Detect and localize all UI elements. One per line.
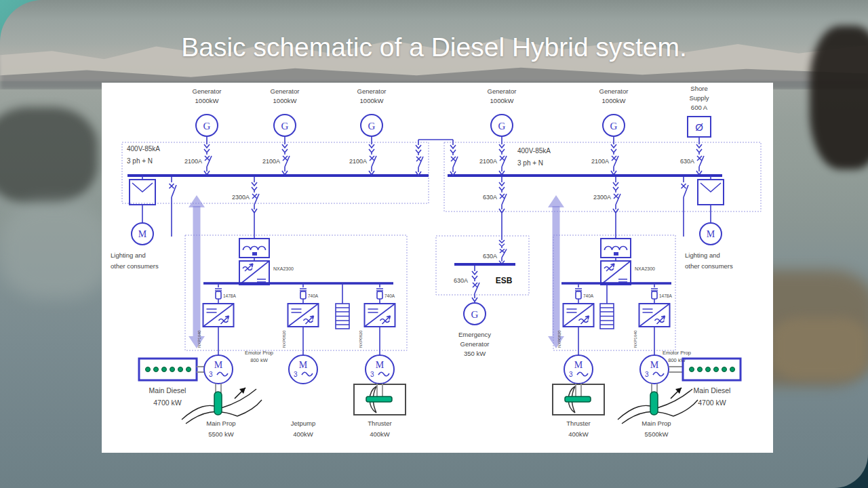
svg-text:NXP0820: NXP0820: [557, 330, 561, 348]
drive-left: NXA2300 1478A NXP1640 740A NXP0820 740A …: [197, 239, 395, 355]
svg-text:630A: 630A: [483, 194, 497, 201]
svg-text:1000kW: 1000kW: [602, 97, 626, 104]
svg-text:630A: 630A: [680, 158, 694, 165]
svg-text:630A: 630A: [483, 253, 497, 260]
svg-text:Main Prop: Main Prop: [206, 420, 235, 427]
svg-text:Emotor Prop: Emotor Prop: [663, 350, 691, 356]
bus-right-spec-2: 3 ph + N: [517, 159, 543, 167]
svg-text:Thruster: Thruster: [368, 420, 391, 427]
lighting-left: M Lighting and other consumers: [111, 176, 159, 270]
schematic-panel: 400V-85kA 3 ph + N 400V-85kA 3 ph + N Ge…: [102, 83, 773, 453]
shore-breaker: [696, 139, 704, 176]
svg-text:Generator: Generator: [271, 87, 300, 95]
svg-text:G: G: [610, 121, 618, 131]
svg-text:NXP0820: NXP0820: [359, 330, 363, 348]
svg-text:Jetpump: Jetpump: [291, 420, 315, 427]
transformer-icon: [130, 180, 155, 205]
inverter-icon: [564, 304, 594, 327]
disconnect-left: [170, 177, 177, 237]
generator-5: Generator 1000kW G 2100A: [591, 87, 628, 176]
feeder-left-breaker: [252, 177, 259, 214]
power-flow-arrow-right: [548, 195, 564, 348]
inverter-icon: [365, 304, 395, 327]
svg-text:M: M: [376, 360, 384, 370]
svg-text:350 kW: 350 kW: [464, 350, 486, 357]
brake-resistor-icon: [336, 304, 349, 329]
svg-text:M: M: [214, 360, 223, 370]
inverter-icon: [288, 304, 319, 327]
svg-text:2100A: 2100A: [479, 158, 497, 165]
svg-text:1478A: 1478A: [223, 293, 236, 298]
svg-text:G: G: [281, 121, 289, 131]
power-flow-arrow-left: [189, 195, 205, 348]
fuse-icon: [300, 283, 307, 304]
grass-right-2: [772, 317, 868, 380]
svg-text:1000kW: 1000kW: [273, 97, 297, 104]
svg-text:1478A: 1478A: [659, 293, 672, 298]
svg-text:NXP0820: NXP0820: [282, 330, 286, 348]
svg-text:other consumers: other consumers: [111, 262, 159, 270]
svg-text:2100A: 2100A: [349, 158, 367, 165]
thruster-right: M 3 Thruster 400kW: [553, 355, 604, 438]
svg-text:400kW: 400kW: [293, 430, 313, 438]
svg-text:3: 3: [209, 371, 213, 378]
svg-text:other consumers: other consumers: [685, 262, 733, 270]
drive-right: NXA2300 740A NXP0820 1478A NXP1640: [557, 239, 672, 355]
fuse-icon: [215, 283, 222, 304]
fuse-icon: [376, 283, 383, 304]
esb-section: 630A 630A ESB 630A G Emergency Generator…: [454, 177, 515, 357]
svg-text:Shore: Shore: [690, 85, 707, 92]
fuse-icon: [575, 283, 582, 304]
bus-tie: [416, 140, 458, 176]
bus-left-spec-1: 400V-85kA: [127, 145, 160, 152]
svg-text:M: M: [299, 360, 308, 370]
svg-text:4700 kW: 4700 kW: [698, 399, 726, 407]
svg-text:Generator: Generator: [599, 87, 629, 95]
filter-icon: [239, 239, 269, 258]
cpp-propeller-icon: [182, 388, 262, 424]
svg-text:800 kW: 800 kW: [250, 357, 268, 363]
svg-text:2300A: 2300A: [593, 194, 611, 201]
generator-5-breaker: [611, 139, 618, 176]
svg-text:G: G: [471, 309, 479, 320]
svg-text:Supply: Supply: [689, 94, 709, 102]
generator-3-breaker: [369, 139, 376, 176]
emergency-gen-breaker: [472, 266, 479, 302]
svg-text:G: G: [368, 121, 376, 131]
water-reflection: [0, 202, 110, 298]
esb-incoming-breaker: [499, 236, 507, 264]
esb-feeder-breaker: [499, 177, 507, 214]
bus-left-spec-2: 3 ph + N: [127, 157, 153, 165]
svg-text:NXP1640: NXP1640: [197, 330, 201, 348]
svg-text:M: M: [707, 229, 715, 239]
svg-text:2100A: 2100A: [262, 158, 280, 165]
svg-text:3: 3: [569, 371, 573, 378]
svg-text:Lighting and: Lighting and: [111, 251, 146, 259]
bus-tie-breaker-left: [416, 140, 423, 176]
svg-text:1000kW: 1000kW: [195, 97, 219, 104]
svg-text:M: M: [138, 229, 147, 239]
svg-text:740A: 740A: [583, 293, 594, 298]
svg-text:G: G: [498, 121, 506, 131]
bus-tie-breaker-right: [450, 140, 458, 176]
slide-title: Basic schematic of a Diesel Hybrid syste…: [0, 33, 868, 62]
main-switchboard-left-box: [122, 142, 429, 203]
svg-text:400kW: 400kW: [568, 430, 589, 438]
svg-text:M: M: [650, 360, 659, 370]
jetpump-motor: M 3 Jetpump 400kW: [289, 355, 317, 438]
main-prop-motor-right: M 3 Emotor Prop 800 kW Main Prop 5500kW: [618, 350, 698, 438]
svg-text:Lighting and: Lighting and: [685, 251, 720, 259]
generator-4-breaker: [499, 139, 507, 176]
generator-2-breaker: [282, 139, 290, 176]
transformer-icon: [698, 180, 724, 205]
svg-text:3: 3: [294, 371, 298, 378]
main-diesel-left: Main Diesel 4700 kW: [139, 359, 197, 407]
svg-text:NXP1640: NXP1640: [633, 330, 637, 348]
svg-text:Emergency: Emergency: [458, 331, 491, 338]
svg-text:4700 kW: 4700 kW: [153, 399, 182, 407]
fuse-icon: [651, 283, 658, 304]
svg-text:NXA2300: NXA2300: [635, 266, 655, 271]
svg-text:Generator: Generator: [460, 340, 490, 348]
svg-text:Generator: Generator: [488, 87, 517, 95]
svg-text:2100A: 2100A: [184, 158, 202, 165]
